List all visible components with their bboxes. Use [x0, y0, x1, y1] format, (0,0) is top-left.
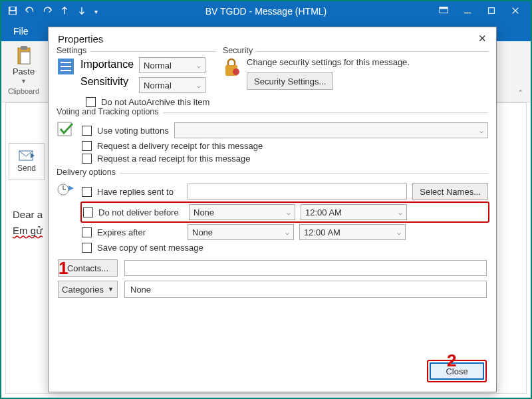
dialog-close-icon[interactable]: ✕ — [478, 33, 487, 45]
no-deliver-before-checkbox[interactable] — [83, 207, 93, 217]
svg-point-18 — [233, 68, 239, 75]
svg-rect-2 — [11, 7, 15, 9]
save-copy-checkbox[interactable] — [82, 243, 92, 253]
svg-rect-11 — [21, 52, 30, 64]
settings-group-label: Settings — [57, 46, 90, 55]
arrow-down-icon[interactable] — [77, 6, 86, 17]
paste-button[interactable]: Paste ▼ — [13, 45, 35, 84]
select-names-button[interactable]: Select Names... — [412, 183, 488, 200]
file-tab[interactable]: File — [13, 26, 29, 37]
collapse-ribbon-icon[interactable]: ˄ — [519, 89, 523, 98]
security-desc: Change security settings for this messag… — [247, 57, 410, 67]
undo-icon[interactable] — [25, 6, 35, 17]
use-voting-checkbox[interactable] — [82, 126, 92, 136]
delivery-group-label: Delivery options — [57, 168, 120, 177]
chevron-down-icon: ▼ — [21, 78, 27, 84]
delivery-receipt-label: Request a delivery receipt for this mess… — [97, 141, 263, 151]
security-settings-button[interactable]: Security Settings... — [247, 72, 333, 90]
dialog-title: Properties — [58, 33, 103, 45]
categories-value[interactable]: None — [124, 281, 487, 298]
read-receipt-checkbox[interactable] — [82, 154, 92, 164]
have-replies-input[interactable] — [188, 184, 407, 200]
ribbon-display-icon[interactable] — [439, 6, 448, 17]
minimize-icon[interactable] — [463, 6, 472, 17]
importance-label: Importance — [80, 59, 134, 70]
contacts-input[interactable] — [124, 260, 487, 276]
close-button[interactable]: Close — [430, 362, 484, 380]
no-autoarchive-label: Do not AutoArchive this item — [101, 97, 209, 107]
have-replies-checkbox[interactable] — [82, 187, 92, 197]
delivery-receipt-checkbox[interactable] — [82, 141, 92, 151]
categories-button[interactable]: Categories▼ — [58, 281, 118, 298]
chevron-down-icon: ▼ — [108, 286, 114, 293]
annotation-marker-1: 1 — [59, 258, 68, 279]
read-receipt-label: Request a read receipt for this message — [97, 154, 251, 164]
voting-buttons-combo[interactable]: ⌵ — [174, 122, 488, 138]
no-deliver-date-combo[interactable]: None⌵ — [189, 204, 295, 220]
redo-icon[interactable] — [43, 6, 52, 17]
maximize-icon[interactable] — [487, 6, 496, 17]
settings-list-icon — [57, 57, 75, 76]
clipboard-label: Clipboard — [8, 87, 39, 95]
send-label: Send — [17, 164, 36, 173]
no-deliver-time-combo[interactable]: 12:00 AM⌵ — [301, 204, 407, 220]
security-group-label: Security — [223, 46, 257, 55]
send-button[interactable]: Send — [9, 143, 45, 180]
delivery-icon — [57, 180, 75, 199]
save-icon[interactable] — [8, 6, 17, 17]
lock-icon — [223, 57, 240, 77]
annotation-marker-2: 2 — [447, 350, 456, 371]
use-voting-label: Use voting buttons — [97, 126, 169, 136]
properties-dialog: Properties ✕ Settings Importance Sensiti… — [48, 27, 497, 392]
paste-label: Paste — [13, 66, 35, 76]
expires-after-label: Expires after — [97, 227, 182, 237]
svg-rect-4 — [440, 7, 448, 9]
sensitivity-combo[interactable]: Normal⌵ — [139, 77, 205, 93]
expires-after-checkbox[interactable] — [82, 227, 92, 237]
expires-time-combo[interactable]: 12:00 AM⌵ — [299, 224, 406, 240]
svg-rect-10 — [21, 46, 27, 50]
voting-icon — [57, 120, 75, 138]
svg-rect-1 — [10, 11, 16, 13]
expires-date-combo[interactable]: None⌵ — [188, 224, 294, 240]
arrow-up-icon[interactable] — [60, 6, 69, 17]
save-copy-label: Save copy of sent message — [97, 243, 203, 253]
voting-group-label: Voting and Tracking options — [57, 107, 163, 116]
importance-combo[interactable]: Normal⌵ — [139, 57, 205, 73]
have-replies-label: Have replies sent to — [97, 187, 182, 197]
svg-rect-6 — [489, 7, 495, 13]
no-deliver-before-label: Do not deliver before — [98, 207, 184, 217]
close-icon[interactable] — [511, 6, 520, 17]
sensitivity-label: Sensitivity — [80, 76, 134, 88]
qat-more-icon[interactable]: ▾ — [94, 8, 98, 15]
no-autoarchive-checkbox[interactable] — [86, 97, 96, 107]
